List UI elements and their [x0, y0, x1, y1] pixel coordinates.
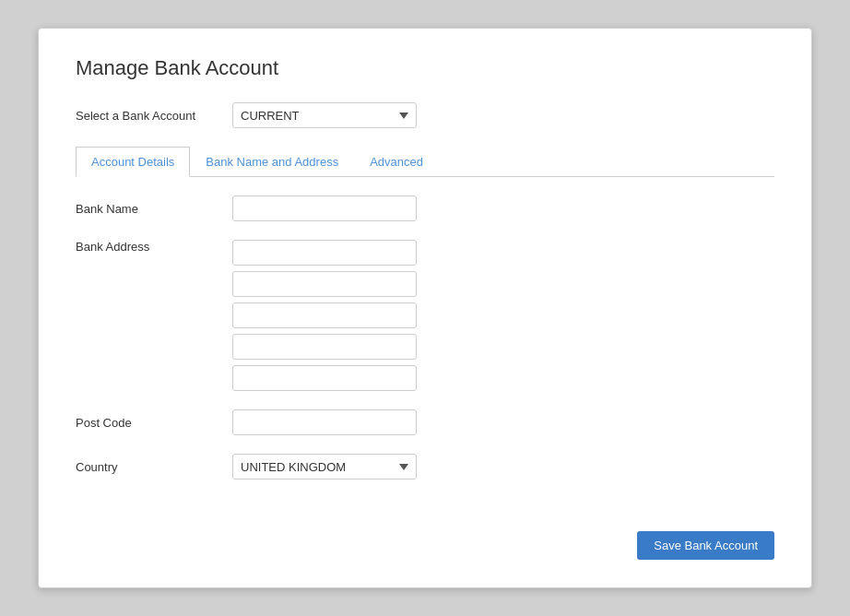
bank-address-row: Bank Address [76, 240, 774, 391]
bank-address-line-4[interactable] [232, 334, 417, 360]
footer: Save Bank Account [76, 516, 774, 560]
bank-account-selector-row: Select a Bank Account CURRENT SAVINGS DE… [76, 102, 774, 128]
bank-address-line-3[interactable] [232, 302, 417, 328]
bank-name-label: Bank Name [76, 202, 232, 216]
country-row: Country UNITED KINGDOM UNITED STATES FRA… [76, 454, 774, 480]
bank-address-fields [232, 240, 417, 391]
bank-address-label: Bank Address [76, 240, 232, 254]
bank-address-line-5[interactable] [232, 365, 417, 391]
post-code-input[interactable] [232, 409, 417, 435]
tabs-container: Account Details Bank Name and Address Ad… [76, 147, 774, 480]
save-bank-account-button[interactable]: Save Bank Account [637, 531, 774, 560]
tabs-bar: Account Details Bank Name and Address Ad… [76, 147, 774, 177]
post-code-label: Post Code [76, 416, 232, 430]
tab-advanced[interactable]: Advanced [354, 147, 439, 177]
page-title: Manage Bank Account [76, 56, 774, 80]
country-label: Country [76, 460, 232, 474]
bank-name-row: Bank Name [76, 195, 774, 221]
tab-account-details[interactable]: Account Details [76, 147, 190, 177]
main-window: Manage Bank Account Select a Bank Accoun… [38, 28, 812, 588]
bank-account-select[interactable]: CURRENT SAVINGS DEPOSIT [232, 102, 417, 128]
bank-account-selector-label: Select a Bank Account [76, 109, 232, 123]
bank-name-input[interactable] [232, 195, 417, 221]
tab-content-bank-name-address: Bank Name Bank Address Post Code [76, 195, 774, 480]
country-select[interactable]: UNITED KINGDOM UNITED STATES FRANCE GERM… [232, 454, 417, 480]
post-code-row: Post Code [76, 409, 774, 435]
tab-bank-name-address[interactable]: Bank Name and Address [190, 147, 354, 177]
bank-address-line-1[interactable] [232, 240, 417, 266]
bank-address-line-2[interactable] [232, 271, 417, 297]
